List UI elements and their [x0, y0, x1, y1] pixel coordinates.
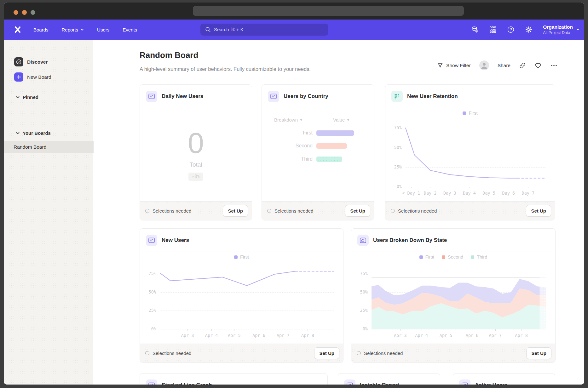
row-label: First: [272, 130, 313, 136]
sidebar-item-label: New Board: [27, 74, 51, 80]
row-label: Third: [272, 156, 313, 162]
chevron-down-icon: ▾: [347, 117, 349, 123]
state-stacked-chart: FirstSecondThird75%50%25%0%Apr 3Apr 4Apr…: [351, 252, 555, 344]
status-badge: Selections needed: [267, 208, 345, 214]
column-header-value[interactable]: Value▾: [333, 117, 349, 123]
sidebar-section-your-boards[interactable]: Your Boards: [16, 130, 51, 136]
sidebar: Discover New Board Pinned Random Board Y…: [4, 40, 93, 385]
sidebar-item-new-board[interactable]: New Board: [14, 72, 51, 82]
set-up-button[interactable]: Set Up: [345, 205, 370, 217]
chart-line-icon: [146, 235, 157, 246]
nav-item-users[interactable]: Users: [97, 27, 109, 32]
apps-grid-icon[interactable]: [489, 26, 497, 33]
sidebar-item-discover[interactable]: Discover: [14, 57, 48, 66]
kpi-label: Total: [189, 161, 202, 168]
card-title: Users Broken Down By State: [373, 237, 447, 243]
window-zoom-button[interactable]: [31, 10, 35, 15]
card-title: Stacked Line Graph: [162, 382, 212, 385]
card-users-by-state: Users Broken Down By State FirstSecondTh…: [351, 228, 556, 363]
chart-line-icon: [344, 379, 355, 385]
sidebar-section-pinned[interactable]: Pinned: [16, 94, 38, 100]
kpi-block: 0 Total ↑0%: [140, 108, 252, 201]
avatar[interactable]: [479, 60, 489, 70]
sidebar-item-label: Discover: [27, 59, 48, 65]
org-switcher[interactable]: Organization All Project Data: [543, 24, 580, 35]
board-actions: Show Filter Share: [437, 60, 558, 70]
card-active-users: Active Users: [453, 373, 555, 385]
copy-link-icon[interactable]: [519, 62, 526, 69]
sidebar-item-random-board[interactable]: Random Board: [4, 141, 100, 153]
status-badge: Selections needed: [145, 208, 223, 214]
set-up-button[interactable]: Set Up: [526, 347, 551, 359]
share-button[interactable]: Share: [498, 63, 510, 68]
card-daily-new-users: Daily New Users 0 Total ↑0% Selections n…: [140, 84, 252, 220]
row-label: Second: [272, 143, 313, 149]
sidebar-footer: [4, 367, 104, 385]
search-input[interactable]: Search ⌘ + K: [200, 24, 328, 36]
page-title: Random Board: [140, 50, 198, 60]
window-close-button[interactable]: [14, 10, 18, 15]
card-title: Insights Report: [360, 382, 399, 385]
chart-line-icon: [357, 235, 369, 246]
card-insights-report: Insights Report: [338, 373, 440, 385]
org-name: Organization: [543, 24, 573, 30]
chart-line-icon: [268, 91, 279, 102]
retention-dots-icon: [391, 91, 403, 102]
help-icon[interactable]: [507, 26, 515, 33]
card-users-by-country: Users by Country Breakdown▾ Value▾ First…: [262, 84, 374, 220]
data-management-icon[interactable]: [471, 26, 479, 33]
new-users-chart: First75%50%25%0%Apr 3Apr 4Apr 5Apr 6Apr …: [140, 252, 343, 344]
nav-item-reports[interactable]: Reports: [62, 27, 84, 32]
search-icon: [205, 26, 211, 33]
column-header-breakdown[interactable]: Breakdown▾: [274, 117, 303, 123]
card-title: New Users: [162, 237, 189, 243]
set-up-button[interactable]: Set Up: [526, 205, 551, 217]
nav-item-events[interactable]: Events: [123, 27, 137, 32]
window-minimize-button[interactable]: [22, 10, 27, 15]
card-new-users: New Users First75%50%25%0%Apr 3Apr 4Apr …: [140, 228, 343, 363]
status-badge: Selections needed: [357, 351, 526, 356]
chart-line-icon: [146, 379, 157, 385]
row-bar: [316, 143, 347, 149]
chevron-down-icon: [576, 28, 580, 31]
nav-item-boards[interactable]: Boards: [33, 27, 49, 32]
chevron-down-icon: ▾: [300, 117, 303, 123]
app-window: Boards Reports Users Events Search ⌘ + K: [4, 3, 584, 385]
chart-line-icon: [459, 379, 470, 385]
plus-icon: [14, 72, 23, 82]
discover-compass-icon: [14, 57, 23, 66]
retention-chart: First75%50%25%0%< Day 1Day 2Day 3Day 4Da…: [385, 108, 555, 201]
kpi-value: 0: [188, 128, 204, 157]
org-subtitle: All Project Data: [543, 31, 573, 35]
status-badge: Selections needed: [391, 208, 526, 214]
page-subtitle: A high-level summary of user behaviors. …: [140, 66, 311, 72]
settings-gear-icon[interactable]: [525, 26, 533, 33]
more-options-icon[interactable]: [550, 62, 558, 69]
card-new-user-retention: New User Retention First75%50%25%0%< Day…: [385, 84, 555, 220]
status-circle-icon: [267, 209, 271, 213]
card-title: New User Retention: [407, 93, 458, 100]
browser-url-bar[interactable]: [193, 6, 464, 16]
status-circle-icon: [391, 209, 395, 213]
status-badge: Selections needed: [145, 351, 314, 356]
set-up-button[interactable]: Set Up: [223, 205, 248, 217]
kpi-delta-badge: ↑0%: [188, 173, 203, 181]
status-circle-icon: [145, 209, 149, 213]
mixpanel-logo-icon[interactable]: [13, 25, 22, 34]
favorite-heart-icon[interactable]: [534, 62, 542, 69]
search-placeholder: Search ⌘ + K: [214, 27, 244, 32]
card-stacked-line-graph: Stacked Line Graph: [140, 373, 328, 385]
card-title: Active Users: [475, 382, 507, 385]
card-title: Daily New Users: [162, 93, 203, 100]
status-circle-icon: [357, 351, 361, 355]
top-navbar: Boards Reports Users Events Search ⌘ + K: [4, 20, 584, 40]
browser-titlebar: [4, 3, 584, 20]
filter-funnel-icon: [437, 62, 443, 69]
chevron-down-icon: [16, 96, 20, 99]
row-bar: [316, 130, 354, 136]
show-filter-button[interactable]: Show Filter: [437, 62, 471, 69]
set-up-button[interactable]: Set Up: [314, 347, 339, 359]
row-bar: [316, 157, 342, 162]
chart-line-icon: [146, 91, 157, 102]
card-title: Users by Country: [284, 93, 328, 100]
